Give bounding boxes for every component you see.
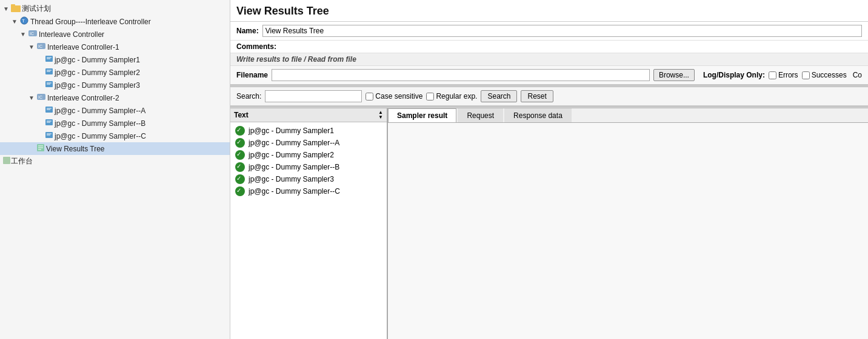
sidebar-item-sampler2[interactable]: jp@gc - Dummy Sampler2 <box>0 66 230 79</box>
list-item[interactable]: jp@gc - Dummy Sampler--A <box>230 137 387 149</box>
list-item[interactable]: jp@gc - Dummy Sampler1 <box>230 125 387 137</box>
log-display-label: Log/Display Only: <box>703 71 765 79</box>
sidebar-item-samplerB[interactable]: jp@gc - Dummy Sampler--B <box>0 117 230 130</box>
case-sensitive-group: Case sensitive <box>366 92 422 100</box>
file-row: Filename Browse... Log/Display Only: Err… <box>230 66 868 85</box>
tree-item-label: jp@gc - Dummy Sampler--C <box>55 132 146 140</box>
case-sensitive-label: Case sensitive <box>375 92 422 100</box>
sampler-icon <box>45 131 53 141</box>
sidebar-item-test-plan[interactable]: ▼测试计划 <box>0 2 230 15</box>
panel-title: View Results Tree <box>230 0 868 22</box>
successes-checkbox-group: Successes <box>802 71 847 79</box>
name-input[interactable] <box>262 25 862 37</box>
regex-label: Regular exp. <box>436 92 477 100</box>
svg-rect-0 <box>11 5 21 12</box>
tree-item-label: jp@gc - Dummy Sampler--B <box>55 119 145 128</box>
success-icon <box>235 186 245 196</box>
search-label: Search: <box>236 92 261 100</box>
tree-item-label: 测试计划 <box>22 4 51 14</box>
sidebar-item-view-results-tree[interactable]: View Results Tree <box>0 142 230 155</box>
regex-group: Regular exp. <box>426 92 477 100</box>
result-content <box>388 123 868 339</box>
name-row: Name: <box>230 22 868 41</box>
text-column-label: Text <box>234 111 249 119</box>
sampler-icon <box>45 105 53 116</box>
errors-checkbox[interactable] <box>769 71 776 79</box>
sampler-icon <box>45 80 53 90</box>
comments-row: Comments: <box>230 41 868 53</box>
sidebar-item-samplerC[interactable]: jp@gc - Dummy Sampler--C <box>0 130 230 142</box>
tree-item-label: Interleave Controller-1 <box>47 43 119 51</box>
list-item-label: jp@gc - Dummy Sampler--B <box>249 163 339 171</box>
result-tabs: Sampler resultRequestResponse data <box>388 108 868 123</box>
success-icon <box>235 138 245 148</box>
list-item[interactable]: jp@gc - Dummy Sampler3 <box>230 173 387 185</box>
svg-rect-32 <box>3 157 10 164</box>
workbench-icon <box>2 156 11 166</box>
thread-icon: T <box>19 16 29 27</box>
success-icon <box>235 174 245 184</box>
reset-button[interactable]: Reset <box>521 90 553 102</box>
tab-request[interactable]: Request <box>458 108 503 122</box>
expand-icon: ▼ <box>28 44 35 50</box>
sampler-icon <box>45 54 53 65</box>
result-panel: Sampler resultRequestResponse data <box>388 108 868 339</box>
expand-icon: ▼ <box>28 94 35 101</box>
search-button[interactable]: Search <box>481 90 517 102</box>
name-label: Name: <box>236 27 259 35</box>
list-item-label: jp@gc - Dummy Sampler--A <box>249 139 339 147</box>
browse-button[interactable]: Browse... <box>653 69 695 81</box>
case-sensitive-checkbox[interactable] <box>366 93 373 100</box>
sidebar-item-workbench[interactable]: 工作台 <box>0 155 230 168</box>
sidebar-item-sampler3[interactable]: jp@gc - Dummy Sampler3 <box>0 79 230 91</box>
expand-icon: ▼ <box>11 18 18 25</box>
tree-item-label: jp@gc - Dummy Sampler1 <box>55 56 140 64</box>
text-header: Text ▲ ▼ <box>230 108 387 122</box>
tree-item-label: jp@gc - Dummy Sampler--A <box>55 107 145 115</box>
tab-sampler-result[interactable]: Sampler result <box>388 108 456 122</box>
tree-item-label: Interleave Controller <box>39 30 104 39</box>
list-item[interactable]: jp@gc - Dummy Sampler--C <box>230 185 387 197</box>
sidebar-item-sampler1[interactable]: jp@gc - Dummy Sampler1 <box>0 53 230 66</box>
filename-input[interactable] <box>272 69 650 81</box>
svg-text:T: T <box>22 18 25 24</box>
filename-label: Filename <box>236 71 268 79</box>
content-area: Text ▲ ▼ jp@gc - Dummy Sampler1jp@gc - D… <box>230 108 868 339</box>
sampler-icon <box>45 67 53 77</box>
tree-item-label: jp@gc - Dummy Sampler2 <box>55 68 140 77</box>
sidebar-item-interleave-controller-1[interactable]: ▼ICInterleave Controller-1 <box>0 41 230 53</box>
errors-checkbox-group: Errors <box>769 71 798 79</box>
successes-checkbox[interactable] <box>802 71 810 79</box>
list-item[interactable]: jp@gc - Dummy Sampler2 <box>230 149 387 161</box>
search-input[interactable] <box>265 90 362 102</box>
list-item[interactable]: jp@gc - Dummy Sampler--B <box>230 161 387 173</box>
controller-icon: IC <box>36 42 46 52</box>
sort-down-icon: ▼ <box>378 115 383 120</box>
success-icon <box>235 150 245 160</box>
svg-text:IC: IC <box>38 95 42 99</box>
tree-item-label: Interleave Controller-2 <box>47 94 119 102</box>
regex-checkbox[interactable] <box>426 93 434 100</box>
list-item-label: jp@gc - Dummy Sampler2 <box>249 151 334 159</box>
sidebar: ▼测试计划▼TThread Group----Interleave Contro… <box>0 0 230 339</box>
sidebar-item-interleave-controller[interactable]: ▼ICInterleave Controller <box>0 28 230 41</box>
sidebar-item-thread-group[interactable]: ▼TThread Group----Interleave Controller <box>0 15 230 28</box>
sidebar-item-samplerA[interactable]: jp@gc - Dummy Sampler--A <box>0 104 230 117</box>
configure-label: Co <box>853 71 862 79</box>
list-item-label: jp@gc - Dummy Sampler1 <box>249 127 334 135</box>
sampler-icon <box>45 118 53 128</box>
errors-label: Errors <box>778 71 798 79</box>
sort-arrows[interactable]: ▲ ▼ <box>378 110 383 120</box>
expand-icon: ▼ <box>19 31 27 38</box>
svg-rect-1 <box>11 4 15 6</box>
text-panel: Text ▲ ▼ jp@gc - Dummy Sampler1jp@gc - D… <box>230 108 388 339</box>
sidebar-item-interleave-controller-2[interactable]: ▼ICInterleave Controller-2 <box>0 91 230 104</box>
controller-icon: IC <box>28 29 38 39</box>
success-icon <box>235 162 245 172</box>
text-list: jp@gc - Dummy Sampler1jp@gc - Dummy Samp… <box>230 122 387 339</box>
success-icon <box>235 126 245 136</box>
svg-text:IC: IC <box>30 31 34 36</box>
list-item-label: jp@gc - Dummy Sampler--C <box>249 187 340 196</box>
successes-label: Successes <box>812 71 847 79</box>
tab-response-data[interactable]: Response data <box>504 108 572 122</box>
